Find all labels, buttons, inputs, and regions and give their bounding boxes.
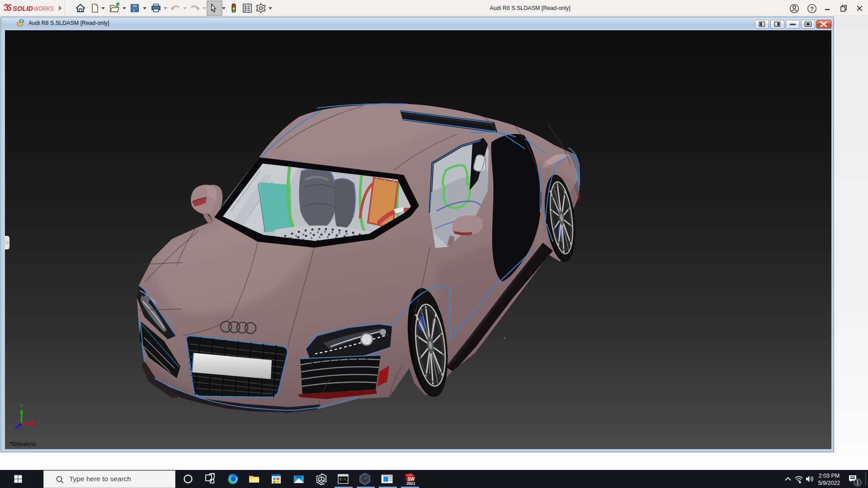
svg-text:5/9/2022: 5/9/2022 [818, 480, 840, 486]
svg-text:2021: 2021 [407, 481, 415, 486]
svg-text:Y: Y [20, 403, 24, 408]
svg-text:2:03 PM: 2:03 PM [819, 473, 840, 479]
svg-text:SOLID: SOLID [13, 5, 33, 12]
svg-text:WORKS: WORKS [33, 5, 54, 12]
svg-text:1: 1 [856, 479, 859, 486]
svg-text:?: ? [810, 5, 814, 12]
svg-text:C:\_: C:\_ [340, 477, 348, 481]
